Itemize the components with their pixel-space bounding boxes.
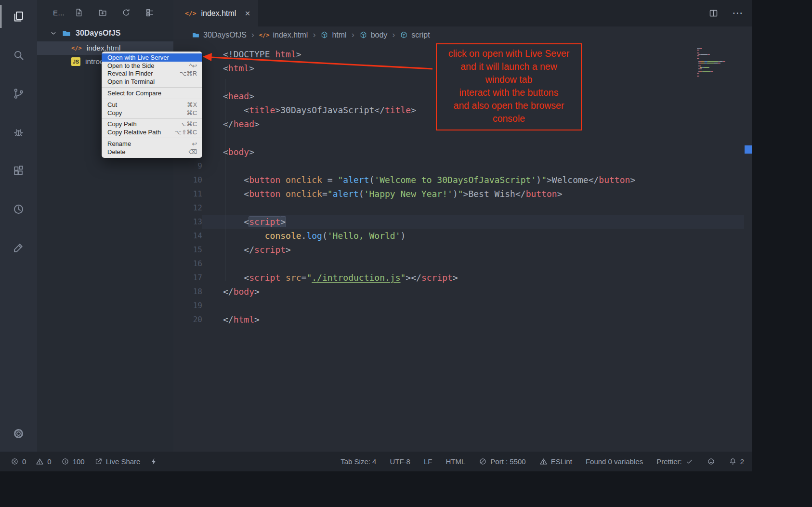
- tab-index-html[interactable]: </> index.html ×: [173, 0, 258, 26]
- code-line-10[interactable]: 10 <button onclick = "alert('Welcome to …: [173, 173, 744, 187]
- gutter-line-number[interactable]: 20: [173, 312, 202, 326]
- gutter-line-number[interactable]: 17: [173, 271, 202, 285]
- status-label: 0: [22, 457, 26, 466]
- menu-item-copy-path[interactable]: Copy Path⌥⌘C: [102, 120, 202, 129]
- menu-item-copy[interactable]: Copy⌘C: [102, 109, 202, 117]
- breadcrumb-body[interactable]: body: [359, 31, 388, 39]
- status-found-0-variables[interactable]: Found 0 variables: [586, 457, 643, 466]
- code-line-18[interactable]: 18</body>: [173, 285, 744, 299]
- menu-item-open-with-live-server[interactable]: Open with Live Server: [102, 53, 202, 62]
- extensions-icon: [12, 164, 25, 177]
- gutter-line-number[interactable]: 11: [173, 187, 202, 201]
- status-lf[interactable]: LF: [424, 457, 432, 466]
- status-html[interactable]: HTML: [445, 457, 465, 466]
- activity-pen-button[interactable]: [7, 236, 30, 259]
- menu-separator: [102, 138, 202, 138]
- menu-item-shortcut: ↩: [192, 140, 197, 147]
- tab-label: index.html: [201, 9, 236, 18]
- split-editor-button[interactable]: [708, 8, 719, 18]
- gutter-line-number[interactable]: 12: [173, 201, 202, 215]
- status-eslint[interactable]: ESLint: [539, 457, 572, 466]
- status-prettier[interactable]: Prettier:: [656, 457, 694, 466]
- code-line-9[interactable]: 9: [173, 159, 744, 173]
- breadcrumb: 30DaysOfJS›</>index.html›html›body›scrip…: [173, 26, 752, 43]
- status-utf-8[interactable]: UTF-8: [390, 457, 410, 466]
- gutter-line-number[interactable]: 18: [173, 285, 202, 299]
- gutter-line-number[interactable]: 10: [173, 173, 202, 187]
- new-file-button[interactable]: [74, 8, 84, 17]
- status-100[interactable]: 100: [61, 457, 85, 466]
- gutter-line-number[interactable]: 15: [173, 243, 202, 257]
- breadcrumb-html[interactable]: html: [320, 31, 346, 39]
- activity-clock-button[interactable]: [7, 197, 30, 221]
- screen: E... 30DaysOfJS </>index.htmlJSintroduct…: [0, 0, 812, 507]
- code-line-14[interactable]: 14 console.log('Hello, World'): [173, 229, 744, 243]
- menu-item-shortcut: ⌫: [188, 148, 197, 156]
- activity-debug-button[interactable]: [7, 120, 30, 143]
- gutter-line-number[interactable]: 13: [173, 215, 202, 229]
- status-smiley[interactable]: [707, 457, 715, 466]
- minimap[interactable]: [697, 48, 743, 77]
- status-lightning[interactable]: [150, 457, 158, 466]
- ellipsis-button[interactable]: ⋯: [732, 8, 743, 19]
- refresh-button[interactable]: [121, 8, 131, 17]
- menu-item-open-in-terminal[interactable]: Open in Terminal: [102, 78, 202, 86]
- tab-bar: </> index.html × ⋯: [173, 0, 752, 26]
- code-line-20[interactable]: 20</html>: [173, 312, 744, 326]
- tab-close-icon[interactable]: ×: [245, 9, 250, 18]
- menu-item-label: Copy Relative Path: [107, 129, 161, 136]
- code-line-19[interactable]: 19: [173, 299, 744, 312]
- menu-item-cut[interactable]: Cut⌘X: [102, 101, 202, 109]
- activity-search-button[interactable]: [7, 43, 30, 66]
- status-2[interactable]: 2: [729, 457, 744, 466]
- folder-row-30daysofjs[interactable]: 30DaysOfJS: [37, 25, 173, 41]
- breadcrumb-index-html[interactable]: </>index.html: [259, 31, 308, 39]
- code-line-11[interactable]: 11 <button onclick="alert('Happy New Yea…: [173, 187, 744, 201]
- status-tab-size-4[interactable]: Tab Size: 4: [341, 457, 376, 466]
- menu-item-open-to-the-side[interactable]: Open to the Side^↩: [102, 62, 202, 70]
- check-icon: [685, 457, 694, 466]
- menu-item-copy-relative-path[interactable]: Copy Relative Path⌥⇧⌘C: [102, 128, 202, 136]
- code-line-17[interactable]: 17 <script src="./introduction.js"></scr…: [173, 271, 744, 285]
- annotation-line: interact with the buttons: [439, 86, 579, 99]
- code-line-13[interactable]: 13 <script>: [173, 215, 744, 229]
- gutter-line-number[interactable]: 16: [173, 257, 202, 271]
- activity-extensions-button[interactable]: [7, 159, 30, 182]
- annotation-line: and it will launch a new: [439, 60, 579, 73]
- pen-icon: [12, 241, 25, 254]
- breadcrumb-script[interactable]: script: [400, 31, 430, 39]
- port-slash-icon: [479, 457, 487, 466]
- code-line-12[interactable]: 12: [173, 201, 744, 215]
- breadcrumb-separator: ›: [391, 30, 396, 40]
- annotation-line: window tab: [439, 73, 579, 86]
- menu-item-select-for-compare[interactable]: Select for Compare: [102, 89, 202, 97]
- breadcrumb-separator: ›: [250, 30, 255, 40]
- code-line-8[interactable]: 8<body>: [173, 145, 744, 159]
- status-0[interactable]: 0: [36, 457, 51, 466]
- gutter-line-number[interactable]: 14: [173, 229, 202, 243]
- status-label: LF: [424, 457, 432, 466]
- menu-item-shortcut: ⌥⌘C: [180, 120, 197, 128]
- gear-icon: [12, 427, 25, 440]
- status-label: Tab Size: 4: [341, 457, 376, 466]
- breadcrumb-separator: ›: [312, 30, 316, 40]
- status-live-share[interactable]: Live Share: [94, 457, 141, 466]
- breadcrumb-30daysofjs[interactable]: 30DaysOfJS: [192, 31, 247, 39]
- new-folder-button[interactable]: [98, 8, 107, 17]
- code-line-16[interactable]: 16: [173, 257, 744, 271]
- gutter-line-number[interactable]: 9: [173, 159, 202, 173]
- menu-item-delete[interactable]: Delete⌫: [102, 148, 202, 156]
- status-port-5500[interactable]: Port : 5500: [479, 457, 525, 466]
- gutter-line-number[interactable]: 19: [173, 299, 202, 312]
- menu-item-label: Open with Live Server: [107, 54, 169, 61]
- collapse-all-button[interactable]: [145, 8, 155, 17]
- code-line-15[interactable]: 15 </script>: [173, 243, 744, 257]
- code-line-7[interactable]: 7: [173, 131, 744, 145]
- menu-item-reveal-in-finder[interactable]: Reveal in Finder⌥⌘R: [102, 70, 202, 78]
- activity-files-button[interactable]: [7, 5, 30, 28]
- activity-gear-button[interactable]: [7, 422, 30, 445]
- menu-item-rename[interactable]: Rename↩: [102, 140, 202, 148]
- status-0[interactable]: 0: [11, 457, 26, 466]
- files-icon: [12, 10, 25, 23]
- activity-source-control-button[interactable]: [7, 82, 30, 105]
